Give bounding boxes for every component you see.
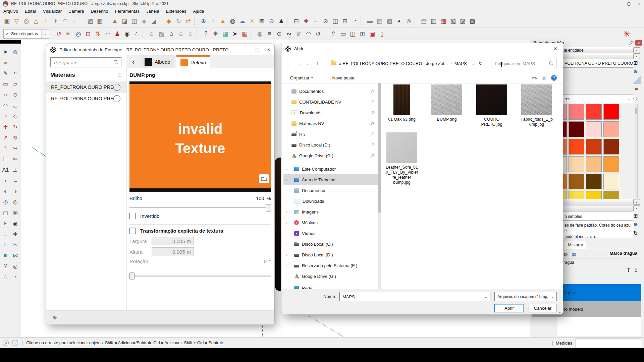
chevron-right-icon[interactable]: › [286,210,291,214]
chevron-down-icon[interactable]: ⌄ [41,30,49,38]
search-icon[interactable] [111,58,121,67]
menu-item[interactable]: Janela [143,9,162,14]
look-around-icon[interactable]: ◉ [122,29,132,39]
dome-hat-icon[interactable]: ◠ [304,29,313,39]
chevron-right-icon[interactable]: › [286,178,291,182]
maximize-button[interactable]: ▢ [252,45,263,54]
address-chevron-icon[interactable]: ⌄ [472,62,475,65]
sidebar-item[interactable]: Materiais NV [283,118,378,129]
two-point-arc-tool-icon[interactable]: ◡ [10,101,20,110]
checker-ball-icon[interactable]: ◍ [228,16,237,26]
material-list-item[interactable]: RF_POLTRONA OURO PRE... [46,93,126,104]
protractor-icon[interactable]: ◔ [350,16,360,26]
close-button[interactable]: ✕ [634,0,644,7]
refresh-icon[interactable]: ↻ [478,60,483,66]
ellipse-tool-icon[interactable]: ⊙ [10,90,20,100]
color-swatch[interactable] [569,174,584,189]
red-grid-icon[interactable]: ▦ [240,29,250,39]
circle-tool-icon[interactable]: ○ [1,90,10,100]
sidebar-item[interactable]: › Área de Trabalho [283,174,378,185]
anchor-tool-icon[interactable]: ⊻ [1,261,10,271]
breadcrumb-path[interactable]: RF_POLTRONA OURO PRETO COURO - Jorge Zal… [342,61,448,66]
close-button[interactable]: ✕ [263,45,274,54]
color-swatch[interactable] [563,174,567,189]
push-pull-tool-icon[interactable]: ⇧ [1,143,10,153]
slider-handle[interactable] [129,273,135,280]
sidebar-item[interactable]: Documentos [283,86,378,97]
book-icon[interactable]: ▧ [448,16,458,26]
color-swatch[interactable] [586,104,602,120]
color-swatch[interactable] [603,156,619,172]
new-folder-button[interactable]: Nova pasta [332,75,355,80]
projection-icon[interactable]: ▩ [384,16,394,26]
offset-tool-icon[interactable]: ⊚ [10,133,20,142]
add-circle-icon[interactable]: ⊕ [199,16,208,26]
sidebar-item[interactable]: H:\ [283,129,378,139]
tab-relevo[interactable]: Relevo [176,55,210,68]
move-up-icon[interactable]: ↥ [634,267,638,273]
color-swatch[interactable] [569,104,584,120]
rotate-tool-icon[interactable]: ↻ [10,122,20,132]
sidebar-item[interactable]: › Google Drive (G:) [283,271,378,282]
sidebar-item[interactable]: › Vídeos [283,228,378,239]
sidebar-item[interactable]: Downloads [283,107,378,118]
inverted-checkbox[interactable] [129,213,136,219]
color-swatch[interactable] [563,139,567,155]
breadcrumb-current[interactable]: MAPS [454,61,467,66]
select-tool-icon[interactable]: ➤ [1,47,10,57]
chevron-right-icon[interactable]: › [286,232,291,235]
history-chevron-icon[interactable]: ⌄ [304,62,310,65]
sidebar-item[interactable]: › Imagens [283,206,378,217]
gear-icon[interactable]: ✳ [211,29,220,39]
cloud-icon[interactable]: ☁ [237,16,247,26]
back-chevron-icon[interactable]: ‹ [126,55,141,68]
color-swatch[interactable] [603,191,619,199]
position-tool-icon[interactable]: ✚ [10,229,20,239]
create-material-icon[interactable]: ⊕ [633,68,638,74]
terrain-grid-icon[interactable]: ▦ [95,16,105,26]
scale-tool-icon[interactable]: ↗ [1,133,10,142]
stamp-tool-icon[interactable]: ▣ [2,16,12,26]
help-icon[interactable]: ? [551,75,557,81]
tall-frame-icon[interactable]: ▯ [377,29,387,39]
walk-icon[interactable]: ∴ [132,29,142,39]
move-tool-icon[interactable]: ✚ [1,122,10,132]
eraser-tool-icon[interactable]: ▰ [1,58,10,67]
color-swatch[interactable] [569,191,584,199]
dimension-tool-icon[interactable]: ↔ [10,176,20,185]
line-tool-icon[interactable]: ✎ [1,68,10,78]
components-icon[interactable]: ▩ [468,16,477,26]
style-name-field[interactable]: o simples [553,212,633,221]
file-item[interactable]: 01 Oak 63.png [382,84,422,127]
info-circle-icon[interactable]: ⊙ [267,16,276,26]
smoove-icon[interactable]: ▲ [110,16,120,26]
north-icon[interactable]: ↑ [41,16,51,26]
swatch-scrollbar[interactable] [635,104,638,198]
open-dialog-titlebar[interactable]: Abrir [281,43,563,54]
sidebar-item[interactable]: CONTABILIDADE NV [283,97,378,107]
color-swatch[interactable] [563,121,567,137]
terrain-stamp-icon[interactable]: ◪ [120,16,129,26]
chevron-right-icon[interactable]: › [286,253,291,257]
zoom-in-tool-icon[interactable]: ◎ [1,197,10,207]
unhide-tool-icon[interactable]: ▣ [10,208,20,218]
sidebar-item[interactable]: Google Drive (G:) [283,150,378,161]
sidebar-item[interactable]: Disco Local (D:) [283,139,378,150]
iso-view-icon[interactable]: ⌂ [147,29,157,39]
zoom-extents-icon[interactable]: ⇅ [93,29,103,39]
color-swatch[interactable] [603,104,619,120]
gear-orange-icon[interactable]: ✳ [247,16,257,26]
sidebar-item[interactable]: › Documentos [283,185,378,196]
close-panel-icon[interactable]: x [633,47,640,53]
tape-icon[interactable]: ⊘ [321,16,330,26]
color-swatch[interactable] [569,156,584,172]
close-button[interactable]: ✕ [551,45,559,53]
color-swatch[interactable] [586,191,602,199]
brightness-slider[interactable] [129,204,271,211]
menu-item[interactable]: Ferramentas [111,9,143,14]
chevron-right-icon[interactable]: › [286,199,291,203]
color-swatch[interactable] [603,174,619,189]
loops-icon[interactable]: ◎ [21,16,31,26]
rainbow-icon[interactable]: ▦ [220,29,230,39]
minimize-button[interactable]: — [614,0,624,7]
